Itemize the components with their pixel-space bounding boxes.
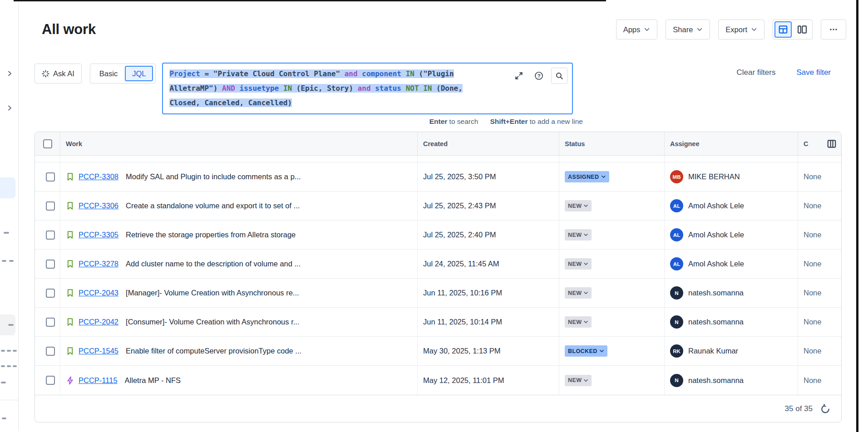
status-badge[interactable]: NEW <box>565 316 592 328</box>
main-content: All work Apps Share Export <box>19 1 856 432</box>
sidebar-selected-item[interactable] <box>0 177 15 198</box>
issue-key-link[interactable]: PCCP-3306 <box>79 201 118 210</box>
apps-button[interactable]: Apps <box>616 20 658 39</box>
issue-title: Create a standalone volume and export it… <box>126 201 300 210</box>
extra-cell: None <box>798 250 841 278</box>
expand-editor-button[interactable] <box>511 68 527 83</box>
chevron-down-icon <box>751 26 757 33</box>
status-cell: NEW <box>559 366 665 395</box>
assignee-name: Raunak Kumar <box>688 347 738 355</box>
row-checkbox[interactable] <box>46 201 55 211</box>
status-badge[interactable]: NEW <box>565 229 592 241</box>
row-checkbox[interactable] <box>46 260 55 269</box>
assignee-name: Amol Ashok Lele <box>688 260 744 268</box>
table-header: Work Created Status Assignee C <box>35 132 841 156</box>
created-cell: Jun 11, 2025, 10:16 PM <box>418 279 559 307</box>
chevron-down-icon <box>644 26 650 33</box>
work-cell: PCCP-1115Alletra MP - NFS <box>60 366 418 395</box>
status-badge[interactable]: BLOCKED <box>565 345 607 357</box>
epic-icon <box>66 376 74 385</box>
status-badge[interactable]: NEW <box>565 258 592 270</box>
save-filter-button[interactable]: Save filter <box>796 68 831 77</box>
status-cell: ASSIGNED <box>559 162 665 191</box>
row-checkbox[interactable] <box>46 289 55 298</box>
app-screen: { "page": { "title": "All work" }, "head… <box>0 0 868 432</box>
column-header-assignee[interactable]: Assignee <box>665 132 798 155</box>
issue-key-link[interactable]: PCCP-3305 <box>79 231 118 239</box>
story-icon <box>66 347 74 355</box>
table-row: PCCP-2043[Manager]- Volume Creation with… <box>35 279 841 308</box>
sidebar-sliver <box>0 1 19 400</box>
jql-query-input[interactable]: Project = "Private Cloud Control Plane" … <box>162 63 573 114</box>
export-button[interactable]: Export <box>718 20 764 39</box>
chevron-down-icon <box>583 378 588 383</box>
created-cell: May 30, 2025, 1:13 PM <box>418 337 559 365</box>
refresh-button[interactable] <box>819 403 831 415</box>
share-button[interactable]: Share <box>666 20 710 39</box>
work-cell: PCCP-2042[Consumer]- Volume Creation wit… <box>60 308 418 336</box>
assignee-cell: RKRaunak Kumar <box>665 337 798 365</box>
detail-view-button[interactable] <box>794 21 811 38</box>
extra-cell: None <box>798 337 841 365</box>
assignee-name: Amol Ashok Lele <box>688 201 744 210</box>
status-badge[interactable]: NEW <box>565 287 592 299</box>
issue-key-link[interactable]: PCCP-3308 <box>79 172 118 181</box>
issue-key-link[interactable]: PCCP-3278 <box>79 260 118 268</box>
avatar: N <box>670 374 683 387</box>
story-icon <box>66 172 74 181</box>
issue-key-link[interactable]: PCCP-2043 <box>79 289 118 297</box>
status-badge[interactable]: ASSIGNED <box>565 171 609 182</box>
work-cell: PCCP-3278Add cluster name to the descrip… <box>60 250 418 278</box>
story-icon <box>66 289 74 297</box>
select-all-checkbox[interactable] <box>43 139 52 148</box>
assignee-name: natesh.somanna <box>688 376 744 385</box>
row-checkbox[interactable] <box>46 231 55 240</box>
column-header-work[interactable]: Work <box>60 132 418 155</box>
ask-ai-button[interactable]: Ask AI <box>35 64 82 83</box>
expand-icon <box>515 72 523 80</box>
view-switcher <box>773 20 813 39</box>
basic-mode-button[interactable]: Basic <box>92 64 125 83</box>
status-badge[interactable]: NEW <box>565 375 592 386</box>
columns-icon <box>827 139 837 149</box>
issue-title: Alletra MP - NFS <box>125 376 181 385</box>
issue-key-link[interactable]: PCCP-1545 <box>79 347 118 355</box>
extra-cell: None <box>798 279 841 307</box>
created-cell: Jul 25, 2025, 3:50 PM <box>418 162 559 191</box>
issue-key-link[interactable]: PCCP-2042 <box>79 318 118 326</box>
syntax-help-button[interactable]: ? <box>531 68 547 83</box>
row-checkbox[interactable] <box>46 318 55 327</box>
column-header-created[interactable]: Created <box>418 132 559 155</box>
extra-cell: None <box>798 221 841 249</box>
configure-columns-button[interactable] <box>827 139 837 149</box>
table-view-button[interactable] <box>774 21 792 38</box>
table-row: PCCP-1115Alletra MP - NFSMay 12, 2025, 1… <box>35 366 841 395</box>
chevron-down-icon <box>583 203 588 208</box>
sidebar-bottom-section <box>0 400 19 431</box>
table-row: PCCP-3306Create a standalone volume and … <box>35 191 841 221</box>
row-checkbox[interactable] <box>46 376 55 385</box>
more-options-button[interactable] <box>821 20 846 39</box>
issue-title: [Consumer]- Volume Creation with Asynchr… <box>126 318 299 326</box>
row-checkbox[interactable] <box>46 347 55 356</box>
column-header-status[interactable]: Status <box>559 132 665 155</box>
row-checkbox[interactable] <box>46 172 55 182</box>
created-cell: Jul 24, 2025, 11:45 AM <box>418 250 559 278</box>
assignee-cell: ALAmol Ashok Lele <box>665 191 798 220</box>
jql-mode-button[interactable]: JQL <box>125 66 153 81</box>
table-row: PCCP-3308Modify SAL and Plugin to includ… <box>35 162 841 191</box>
chevron-right-icon <box>6 70 13 77</box>
detail-view-icon <box>797 25 807 34</box>
page-header: All work Apps Share Export <box>42 19 846 40</box>
run-search-button[interactable] <box>551 68 567 84</box>
chevron-down-icon <box>583 261 588 266</box>
chevron-down-icon <box>583 232 588 237</box>
status-cell: NEW <box>559 221 665 249</box>
issue-key-link[interactable]: PCCP-1115 <box>79 376 118 385</box>
filter-bar: Ask AI Basic JQL Project = "Private Clou… <box>35 63 856 114</box>
status-badge[interactable]: NEW <box>565 200 592 211</box>
status-cell: NEW <box>559 250 665 278</box>
table-footer: 35 of 35 <box>35 395 841 422</box>
work-cell: PCCP-3306Create a standalone volume and … <box>60 191 418 220</box>
clear-filters-button[interactable]: Clear filters <box>736 68 775 77</box>
